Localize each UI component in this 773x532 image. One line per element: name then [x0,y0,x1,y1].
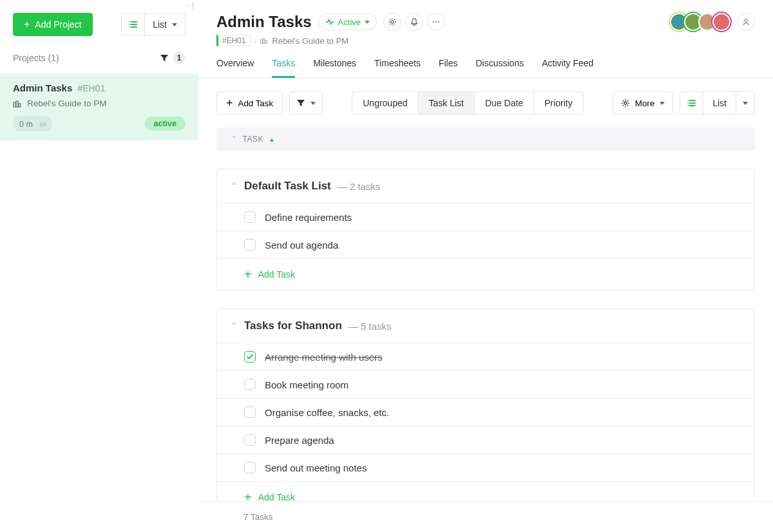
task-group: ⌃Tasks for Shannon— 5 tasksArrange meeti… [216,309,755,501]
gear-icon [621,99,630,108]
svg-rect-10 [261,39,263,43]
task-checkbox[interactable] [244,462,256,473]
svg-rect-5 [19,104,21,107]
folder-icon [260,37,268,44]
add-task-inline[interactable]: +Add Task [217,481,754,501]
svg-point-17 [687,105,689,106]
filter-count: 1 [173,52,186,64]
tab-activity-feed[interactable]: Activity Feed [542,58,593,78]
breadcrumb: #EH01 · Rebel's Guide to PM [216,35,445,46]
tab-tasks[interactable]: Tasks [272,58,295,78]
task-name: Book meeting room [265,379,348,390]
ellipsis-icon [432,17,441,26]
grouping-due-date[interactable]: Due Date [475,92,534,114]
list-icon [122,14,145,35]
svg-point-14 [624,102,627,104]
project-card-parent: Rebel's Guide to PM [27,99,106,108]
chevron-down-icon [172,23,177,26]
svg-point-1 [129,24,130,25]
chevron-up-icon: ⌃ [230,181,238,191]
group-count: — 5 tasks [348,321,392,332]
grouping-priority[interactable]: Priority [534,92,583,114]
chevron-down-icon [365,21,370,24]
project-card[interactable]: Admin Tasks #EH01 Rebel's Guide to PM 0 … [0,73,198,140]
grouping-task-list[interactable]: Task List [419,92,475,114]
add-task-button[interactable]: + Add Task [216,91,283,115]
user-button[interactable] [737,13,755,31]
svg-rect-4 [16,101,18,107]
project-card-hash: #EH01 [77,83,105,93]
task-row[interactable]: Prepare agenda [217,426,754,453]
chevron-up-icon: ⌃ [230,321,238,331]
collapse-icon[interactable]: ←| [186,1,193,9]
task-checkbox[interactable] [244,351,256,363]
task-checkbox[interactable] [244,379,256,390]
view-select-label: List [712,98,727,108]
task-name: Send out meeting notes [265,462,367,473]
add-project-button[interactable]: + Add Project [13,13,93,36]
task-name: Define requirements [265,212,352,223]
task-row[interactable]: Book meeting room [217,370,754,398]
task-group-header[interactable]: ⌃Tasks for Shannon— 5 tasks [217,309,754,343]
svg-point-7 [433,21,434,23]
task-row[interactable]: Define requirements [217,203,754,231]
chevron-down-icon [660,102,665,105]
task-column-header[interactable]: ⌃ TASK ▲ [216,128,755,151]
project-card-name: Admin Tasks [13,82,72,93]
tab-files[interactable]: Files [439,58,458,78]
group-title: Default Task List [244,180,331,193]
toolbar-more-button[interactable]: More [613,91,673,115]
folder-icon [13,99,22,108]
tab-overview[interactable]: Overview [216,58,254,78]
sidebar-filter[interactable]: 1 [160,52,186,64]
more-button[interactable] [427,13,445,31]
task-name: Arrange meeting with users [265,352,383,363]
crumb-hash: #EH01 [216,35,251,46]
project-time-pill: 0 m ∞ [13,116,52,131]
grouping-ungrouped[interactable]: Ungrouped [352,92,418,114]
sidebar-view-label: List [153,19,167,30]
filter-button[interactable] [289,91,323,115]
task-checkbox[interactable] [244,239,256,251]
avatar[interactable] [712,13,730,31]
svg-point-2 [129,26,130,28]
crumb-parent: Rebel's Guide to PM [272,36,348,46]
task-checkbox[interactable] [244,406,256,418]
sidebar-view-toggle[interactable]: List [121,13,186,36]
grouping-segmented: UngroupedTask ListDue DatePriority [352,91,583,115]
column-label: TASK [243,135,263,144]
task-row[interactable]: Arrange meeting with users [217,343,754,370]
svg-point-15 [687,100,689,101]
add-task-label: Add Task [258,492,295,501]
bell-icon [410,17,419,26]
task-name: Send out agenda [265,240,338,251]
chevron-down-icon [310,102,316,105]
chevron-up-icon: ⌃ [231,135,238,144]
plus-icon: + [244,491,252,501]
projects-heading: Projects (1) [13,53,59,63]
avatar-group[interactable] [674,13,730,31]
gear-icon [388,17,397,26]
tab-timesheets[interactable]: Timesheets [374,58,421,78]
add-task-label: Add Task [238,99,274,108]
sidebar: + Add Project List ←| Projects (1) 1 [0,0,198,532]
task-row[interactable]: Send out meeting notes [217,453,754,481]
task-group-header[interactable]: ⌃Default Task List— 2 tasks [217,169,754,203]
list-icon [680,92,703,114]
status-chip-label: Active [338,17,361,27]
task-checkbox[interactable] [244,211,256,223]
plus-icon: + [24,19,30,30]
status-chip[interactable]: Active [318,14,377,30]
notifications-button[interactable] [405,13,423,31]
add-task-inline[interactable]: +Add Task [217,258,754,290]
tab-discussions[interactable]: Discussions [475,58,524,78]
chevron-down-icon [743,102,748,105]
user-icon [741,17,750,26]
tab-milestones[interactable]: Milestones [313,58,356,78]
task-row[interactable]: Send out agenda [217,231,754,258]
task-checkbox[interactable] [244,434,256,446]
view-select[interactable]: List [680,91,755,115]
settings-button[interactable] [383,13,401,31]
main-tabs: OverviewTasksMilestonesTimesheetsFilesDi… [198,46,773,79]
task-row[interactable]: Organise coffee, snacks, etc. [217,398,754,426]
